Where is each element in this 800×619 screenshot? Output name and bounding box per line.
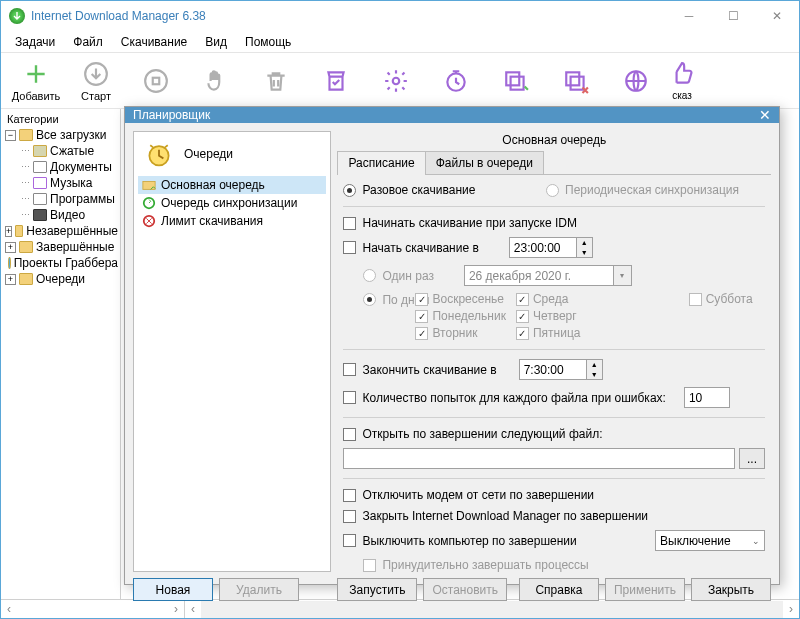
tb-tellafriend[interactable]: сказ bbox=[667, 55, 697, 107]
categories-sidebar: Категории −Все загрузки ⋯Сжатые ⋯Докумен… bbox=[1, 109, 121, 599]
stop-button[interactable]: Остановить bbox=[423, 578, 507, 601]
spin-down-icon[interactable]: ▼ bbox=[577, 248, 592, 258]
queues-header: Очереди bbox=[184, 147, 233, 161]
run-button[interactable]: Запустить bbox=[337, 578, 417, 601]
tree-all[interactable]: −Все загрузки bbox=[3, 127, 118, 143]
svg-rect-5 bbox=[506, 72, 519, 85]
download-icon bbox=[82, 60, 110, 88]
open-file-input[interactable] bbox=[343, 448, 735, 469]
categories-header: Категории bbox=[3, 111, 118, 127]
tree-compressed[interactable]: ⋯Сжатые bbox=[3, 143, 118, 159]
minimize-button[interactable]: ─ bbox=[667, 1, 711, 31]
chk-modem-off[interactable] bbox=[343, 489, 356, 502]
start-time-input[interactable]: 23:00:00▲▼ bbox=[509, 237, 593, 258]
svg-point-1 bbox=[145, 70, 167, 92]
delete-queue-button[interactable]: Удалить bbox=[219, 578, 299, 601]
tree-finished[interactable]: +Завершённые bbox=[3, 239, 118, 255]
new-queue-button[interactable]: Новая bbox=[133, 578, 213, 601]
radio-bydays bbox=[363, 293, 376, 306]
chk-close-idm[interactable] bbox=[343, 510, 356, 523]
tb-stopqueue[interactable] bbox=[547, 55, 605, 107]
dialog-close-button[interactable]: ✕ bbox=[759, 107, 771, 123]
collapse-icon[interactable]: − bbox=[5, 130, 16, 141]
stop-time-input[interactable]: 7:30:00▲▼ bbox=[519, 359, 603, 380]
tb-start[interactable]: Старт bbox=[67, 55, 125, 107]
document-icon bbox=[33, 161, 47, 173]
menu-tasks[interactable]: Задачи bbox=[7, 33, 63, 51]
tab-schedule[interactable]: Расписание bbox=[337, 151, 425, 174]
radio-periodic bbox=[546, 184, 559, 197]
hand-icon bbox=[202, 67, 230, 95]
gear-icon bbox=[382, 67, 410, 95]
tree-documents[interactable]: ⋯Документы bbox=[3, 159, 118, 175]
calendar-dropdown-icon: ▾ bbox=[614, 265, 632, 286]
tb-pause[interactable] bbox=[187, 55, 245, 107]
browse-button[interactable]: ... bbox=[739, 448, 765, 469]
tb-stop[interactable] bbox=[127, 55, 185, 107]
menu-help[interactable]: Помощь bbox=[237, 33, 299, 51]
spin-up-icon[interactable]: ▲ bbox=[577, 238, 592, 248]
radio-once bbox=[363, 269, 376, 282]
chk-open-file[interactable] bbox=[343, 428, 356, 441]
folder-icon bbox=[15, 225, 23, 237]
apply-button[interactable]: Применить bbox=[605, 578, 685, 601]
tree-video[interactable]: ⋯Видео bbox=[3, 207, 118, 223]
limit-icon bbox=[142, 214, 156, 228]
menu-view[interactable]: Вид bbox=[197, 33, 235, 51]
chk-force-kill bbox=[363, 559, 376, 572]
queue-title: Основная очередь bbox=[337, 131, 771, 151]
tree-queues[interactable]: +Очереди bbox=[3, 271, 118, 287]
tb-startqueue[interactable] bbox=[487, 55, 545, 107]
scroll-left-icon[interactable]: ‹ bbox=[1, 602, 17, 616]
chk-stop-at[interactable] bbox=[343, 363, 356, 376]
chk-start-at[interactable] bbox=[343, 241, 356, 254]
radio-onetime[interactable] bbox=[343, 184, 356, 197]
scroll-right-icon[interactable]: › bbox=[783, 602, 799, 616]
shutdown-mode-select[interactable]: Выключение⌄ bbox=[655, 530, 765, 551]
maximize-button[interactable]: ☐ bbox=[711, 1, 755, 31]
expand-icon[interactable]: + bbox=[5, 274, 16, 285]
chk-mon bbox=[415, 310, 428, 323]
svg-rect-8 bbox=[571, 76, 584, 89]
close-button[interactable]: ✕ bbox=[755, 1, 799, 31]
menu-file[interactable]: Файл bbox=[65, 33, 111, 51]
expand-icon[interactable]: + bbox=[5, 226, 12, 237]
tb-delete[interactable] bbox=[247, 55, 305, 107]
menu-download[interactable]: Скачивание bbox=[113, 33, 195, 51]
tb-add[interactable]: Добавить bbox=[7, 55, 65, 107]
tree-music[interactable]: ⋯Музыка bbox=[3, 175, 118, 191]
chk-sun bbox=[415, 293, 428, 306]
chk-wed bbox=[516, 293, 529, 306]
tb-scheduler[interactable] bbox=[427, 55, 485, 107]
chk-shutdown[interactable] bbox=[343, 534, 356, 547]
tree-grabber[interactable]: Проекты Граббера bbox=[3, 255, 118, 271]
tree-programs[interactable]: ⋯Программы bbox=[3, 191, 118, 207]
svg-point-3 bbox=[393, 77, 400, 84]
expand-icon[interactable]: + bbox=[5, 242, 16, 253]
queue-item-sync[interactable]: Очередь синхронизации bbox=[138, 194, 326, 212]
close-dialog-button[interactable]: Закрыть bbox=[691, 578, 771, 601]
chk-retries[interactable] bbox=[343, 391, 356, 404]
chk-start-on-launch[interactable] bbox=[343, 217, 356, 230]
svg-rect-2 bbox=[153, 77, 160, 84]
tb-options[interactable] bbox=[367, 55, 425, 107]
tb-grabber[interactable] bbox=[607, 55, 665, 107]
help-button[interactable]: Справка bbox=[519, 578, 599, 601]
chk-tue bbox=[415, 327, 428, 340]
alarm-clock-icon bbox=[144, 140, 174, 168]
folder-icon bbox=[19, 241, 33, 253]
tab-files[interactable]: Файлы в очереди bbox=[425, 151, 544, 174]
queue-item-limit[interactable]: Лимит скачивания bbox=[138, 212, 326, 230]
video-icon bbox=[33, 209, 47, 221]
tb-cleanup[interactable] bbox=[307, 55, 365, 107]
spin-down-icon[interactable]: ▼ bbox=[587, 370, 602, 380]
retries-input[interactable]: 10 bbox=[684, 387, 730, 408]
spin-up-icon[interactable]: ▲ bbox=[587, 360, 602, 370]
scheduler-dialog: Планировщик ✕ Очереди Основная очередь О… bbox=[124, 106, 780, 585]
chk-thu bbox=[516, 310, 529, 323]
menubar: Задачи Файл Скачивание Вид Помощь bbox=[1, 31, 799, 53]
queue-item-main[interactable]: Основная очередь bbox=[138, 176, 326, 194]
tree-unfinished[interactable]: +Незавершённые bbox=[3, 223, 118, 239]
chk-sat bbox=[689, 293, 702, 306]
stop-icon bbox=[142, 67, 170, 95]
